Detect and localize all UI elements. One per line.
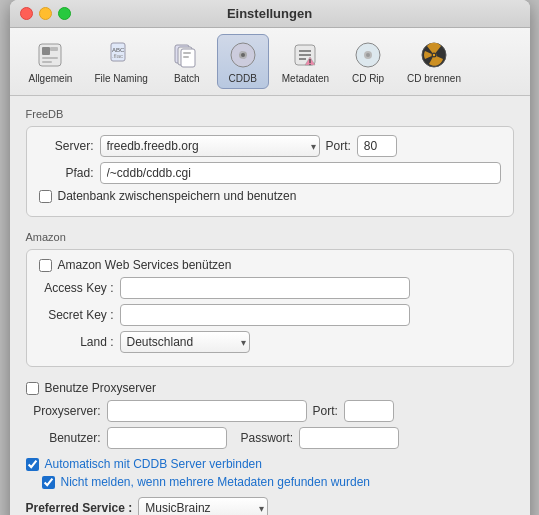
passwort-label: Passwort: bbox=[241, 431, 294, 445]
not-report-checkbox[interactable] bbox=[42, 476, 55, 489]
toolbar-item-cddb[interactable]: CDDB bbox=[217, 34, 269, 89]
metadaten-icon bbox=[289, 39, 321, 71]
maximize-button[interactable] bbox=[58, 7, 71, 20]
use-proxy-label: Benutze Proxyserver bbox=[45, 381, 156, 395]
batch-icon bbox=[171, 39, 203, 71]
toolbar-item-file-naming[interactable]: ABC .flac File Naming bbox=[85, 34, 156, 89]
toolbar-item-batch[interactable]: Batch bbox=[161, 34, 213, 89]
titlebar: Einstellungen bbox=[10, 0, 530, 28]
auto-connect-row: Automatisch mit CDDB Server verbinden bbox=[26, 457, 514, 471]
use-proxy-row: Benutze Proxyserver bbox=[26, 381, 514, 395]
svg-point-23 bbox=[310, 64, 312, 66]
file-naming-icon: ABC .flac bbox=[105, 39, 137, 71]
file-naming-label: File Naming bbox=[94, 73, 147, 84]
metadaten-label: Metadaten bbox=[282, 73, 329, 84]
svg-point-26 bbox=[366, 53, 370, 57]
secret-key-input[interactable] bbox=[120, 304, 410, 326]
toolbar-item-allgemein[interactable]: Allgemein bbox=[20, 34, 82, 89]
svg-rect-1 bbox=[42, 47, 50, 55]
freedb-box: Server: freedb.freedb.org Port: Pfad: Da… bbox=[26, 126, 514, 217]
land-select-wrapper[interactable]: DeutschlandUSAUKFrankreich bbox=[120, 331, 250, 353]
auto-connect-label: Automatisch mit CDDB Server verbinden bbox=[45, 457, 262, 471]
benutzer-label: Benutzer: bbox=[26, 431, 101, 445]
port-input[interactable] bbox=[357, 135, 397, 157]
proxy-server-label: Proxyserver: bbox=[26, 404, 101, 418]
use-aws-checkbox[interactable] bbox=[39, 259, 52, 272]
svg-rect-3 bbox=[42, 57, 58, 59]
toolbar: Allgemein ABC .flac File Naming bbox=[10, 28, 530, 96]
preferred-service-row: Preferred Service : MusicBrainzFreeDBAma… bbox=[26, 497, 514, 515]
secret-key-label: Secret Key : bbox=[39, 308, 114, 322]
land-label: Land : bbox=[39, 335, 114, 349]
cddb-icon bbox=[227, 39, 259, 71]
server-row: Server: freedb.freedb.org Port: bbox=[39, 135, 501, 157]
auto-connect-checkbox[interactable] bbox=[26, 458, 39, 471]
window-title: Einstellungen bbox=[227, 6, 312, 21]
use-aws-row: Amazon Web Services benützen bbox=[39, 258, 501, 272]
cache-label: Datenbank zwischenspeichern und benutzen bbox=[58, 189, 297, 203]
svg-text:.flac: .flac bbox=[112, 53, 123, 59]
preferred-select[interactable]: MusicBrainzFreeDBAmazon bbox=[138, 497, 268, 515]
benutzer-row: Benutzer: Passwort: bbox=[26, 427, 514, 449]
toolbar-item-metadaten[interactable]: Metadaten bbox=[273, 34, 338, 89]
proxy-port-label: Port: bbox=[313, 404, 338, 418]
proxy-section: Benutze Proxyserver Proxyserver: Port: B… bbox=[26, 381, 514, 449]
svg-rect-4 bbox=[42, 61, 52, 63]
svg-point-30 bbox=[433, 54, 435, 56]
minimize-button[interactable] bbox=[39, 7, 52, 20]
cddb-label: CDDB bbox=[229, 73, 257, 84]
not-report-label: Nicht melden, wenn mehrere Metadaten gef… bbox=[61, 475, 371, 489]
proxy-port-input[interactable] bbox=[344, 400, 394, 422]
content-area: FreeDB Server: freedb.freedb.org Port: P… bbox=[10, 96, 530, 515]
preferred-select-wrapper[interactable]: MusicBrainzFreeDBAmazon bbox=[138, 497, 268, 515]
toolbar-item-cd-brennen[interactable]: CD brennen bbox=[398, 34, 470, 89]
not-report-row: Nicht melden, wenn mehrere Metadaten gef… bbox=[42, 475, 514, 489]
window-controls bbox=[20, 7, 71, 20]
svg-rect-12 bbox=[183, 56, 189, 58]
cd-brennen-label: CD brennen bbox=[407, 73, 461, 84]
server-select[interactable]: freedb.freedb.org bbox=[100, 135, 320, 157]
access-key-row: Access Key : bbox=[39, 277, 501, 299]
toolbar-item-cd-rip[interactable]: CD Rip bbox=[342, 34, 394, 89]
land-row: Land : DeutschlandUSAUKFrankreich bbox=[39, 331, 501, 353]
use-proxy-checkbox[interactable] bbox=[26, 382, 39, 395]
cache-checkbox[interactable] bbox=[39, 190, 52, 203]
amazon-box: Amazon Web Services benützen Access Key … bbox=[26, 249, 514, 367]
batch-label: Batch bbox=[174, 73, 200, 84]
use-aws-label: Amazon Web Services benützen bbox=[58, 258, 232, 272]
benutzer-input[interactable] bbox=[107, 427, 227, 449]
main-window: Einstellungen Allgemein ABC .flac bbox=[10, 0, 530, 515]
allgemein-icon bbox=[34, 39, 66, 71]
cd-brennen-icon bbox=[418, 39, 450, 71]
freedb-section-title: FreeDB bbox=[26, 108, 514, 120]
proxy-server-row: Proxyserver: Port: bbox=[26, 400, 514, 422]
amazon-section: Amazon Amazon Web Services benützen Acce… bbox=[26, 231, 514, 367]
server-label: Server: bbox=[39, 139, 94, 153]
access-key-input[interactable] bbox=[120, 277, 410, 299]
cache-row: Datenbank zwischenspeichern und benutzen bbox=[39, 189, 501, 203]
pfad-label: Pfad: bbox=[39, 166, 94, 180]
cd-rip-icon bbox=[352, 39, 384, 71]
svg-rect-2 bbox=[50, 47, 58, 51]
passwort-input[interactable] bbox=[299, 427, 399, 449]
preferred-label: Preferred Service : bbox=[26, 501, 133, 515]
svg-rect-11 bbox=[183, 52, 191, 54]
proxy-server-input[interactable] bbox=[107, 400, 307, 422]
close-button[interactable] bbox=[20, 7, 33, 20]
pfad-input[interactable] bbox=[100, 162, 501, 184]
svg-point-15 bbox=[241, 53, 245, 57]
freedb-section: FreeDB Server: freedb.freedb.org Port: P… bbox=[26, 108, 514, 217]
amazon-section-title: Amazon bbox=[26, 231, 514, 243]
allgemein-label: Allgemein bbox=[29, 73, 73, 84]
secret-key-row: Secret Key : bbox=[39, 304, 501, 326]
access-key-label: Access Key : bbox=[39, 281, 114, 295]
cd-rip-label: CD Rip bbox=[352, 73, 384, 84]
port-label: Port: bbox=[326, 139, 351, 153]
land-select[interactable]: DeutschlandUSAUKFrankreich bbox=[120, 331, 250, 353]
server-select-wrapper[interactable]: freedb.freedb.org bbox=[100, 135, 320, 157]
pfad-row: Pfad: bbox=[39, 162, 501, 184]
